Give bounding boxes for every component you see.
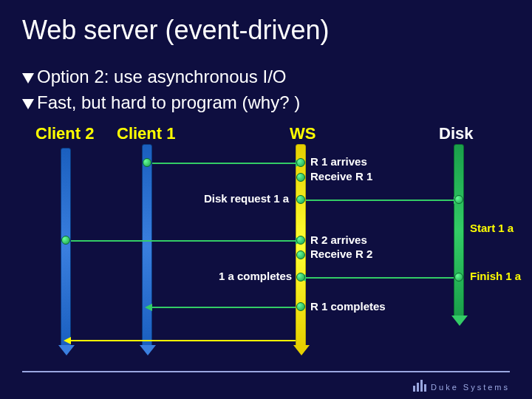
bullet-text: Option 2: use asynchronous I/O bbox=[37, 66, 287, 87]
column-header-client2: Client 2 bbox=[35, 124, 94, 143]
msg-1a-completes bbox=[306, 277, 454, 279]
lifeline-client1 bbox=[142, 144, 152, 347]
bullet-item: Option 2: use asynchronous I/O bbox=[22, 66, 287, 87]
column-header-disk: Disk bbox=[439, 124, 473, 143]
event-dot bbox=[296, 273, 305, 282]
event-dot bbox=[61, 236, 70, 245]
label-r2-arrives: R 2 arrives bbox=[310, 233, 367, 246]
event-dot bbox=[454, 273, 463, 282]
label-r1-arrives: R 1 arrives bbox=[310, 155, 367, 168]
label-receive-r1: Receive R 1 bbox=[310, 170, 372, 183]
msg-disk-request-1a bbox=[306, 200, 454, 201]
msg-r1-completes bbox=[152, 307, 296, 308]
event-dot bbox=[296, 173, 305, 182]
lifeline-disk bbox=[454, 144, 464, 318]
label-1a-completes: 1 a completes bbox=[219, 270, 292, 282]
logo-bars-icon bbox=[413, 380, 426, 392]
event-dot bbox=[296, 195, 305, 204]
event-dot bbox=[296, 236, 305, 245]
msg-r1-arrives bbox=[152, 163, 296, 164]
label-disk-request-1a: Disk request 1 a bbox=[204, 192, 289, 205]
bullet-arrow-icon bbox=[22, 73, 34, 83]
bullet-item: Fast, but hard to program (why? ) bbox=[22, 92, 300, 113]
msg-r2-arrives bbox=[71, 240, 296, 242]
event-dot bbox=[143, 158, 151, 167]
msg-return-client2 bbox=[71, 340, 296, 341]
event-dot bbox=[296, 302, 305, 311]
event-dot bbox=[296, 250, 305, 259]
column-header-client1: Client 1 bbox=[117, 124, 175, 143]
footer-logo: Duke Systems bbox=[413, 380, 510, 392]
bullet-arrow-icon bbox=[22, 99, 34, 109]
lifeline-client2 bbox=[61, 148, 71, 347]
label-finish-1a: Finish 1 a bbox=[470, 270, 521, 282]
footer-text: Duke Systems bbox=[431, 383, 510, 392]
event-dot bbox=[454, 195, 463, 204]
label-receive-r2: Receive R 2 bbox=[310, 248, 372, 260]
sequence-diagram: Client 2 Client 1 WS Disk R 1 arrives Re… bbox=[0, 118, 532, 362]
slide-title: Web server (event-driven) bbox=[22, 15, 329, 46]
label-r1-completes: R 1 completes bbox=[310, 300, 386, 313]
label-start-1a: Start 1 a bbox=[470, 222, 514, 234]
event-dot bbox=[296, 158, 305, 167]
bullet-text: Fast, but hard to program (why? ) bbox=[37, 92, 300, 113]
column-header-ws: WS bbox=[290, 124, 316, 143]
footer-divider bbox=[22, 371, 510, 372]
